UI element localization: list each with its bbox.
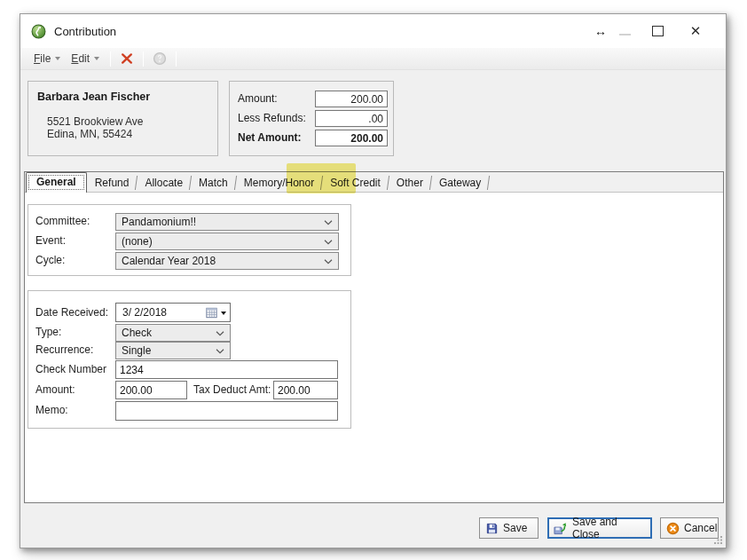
toolbar-separator [176, 51, 177, 67]
contribution-window: Contribution ↔ ✕ File Edit [20, 13, 727, 548]
cancel-circle-x-icon [666, 522, 680, 535]
delete-button[interactable] [116, 50, 138, 68]
save-and-close-button-label: Save and Close [572, 516, 645, 540]
calendar-icon [206, 307, 217, 319]
amount-label: Amount: [238, 92, 278, 105]
type-value: Check [122, 327, 152, 339]
save-button[interactable]: Save [479, 517, 539, 539]
tab-match[interactable]: Match [191, 174, 236, 192]
type-dropdown[interactable]: Check [115, 324, 231, 342]
payment-group: Date Received: 3/ 2/2018 Type: Check [28, 290, 351, 429]
footer-bar: Save Save and Close [20, 503, 726, 548]
memo-label: Memo: [35, 404, 68, 416]
maximize-button[interactable] [637, 19, 678, 43]
save-and-close-icon [553, 522, 568, 535]
tab-gateway[interactable]: Gateway [431, 174, 489, 192]
event-dropdown[interactable]: (none) [115, 233, 339, 250]
cancel-button[interactable]: Cancel [660, 517, 719, 539]
chevron-down-icon [324, 220, 333, 225]
cycle-value: Calendar Year 2018 [122, 255, 216, 267]
maximize-icon [652, 26, 664, 36]
amount-input[interactable] [115, 381, 187, 399]
minimize-button[interactable] [612, 19, 637, 43]
date-picker-controls[interactable] [206, 307, 226, 319]
date-received-label: Date Received: [35, 306, 108, 319]
check-number-input[interactable] [115, 360, 338, 379]
amount-row: Amount: 200.00 [230, 91, 393, 107]
net-amount-row: Net Amount: 200.00 [230, 130, 393, 146]
chevron-down-icon [55, 57, 60, 60]
donor-name: Barbara Jean Fischer [37, 91, 150, 103]
donor-panel: Barbara Jean Fischer 5521 Brookview Ave … [28, 81, 218, 156]
footer-buttons: Save Save and Close [479, 517, 719, 539]
tab-soft-credit[interactable]: Soft Credit [322, 174, 389, 192]
recurrence-label: Recurrence: [35, 343, 93, 356]
chevron-down-icon [94, 57, 99, 60]
menu-edit-label: Edit [71, 52, 90, 65]
menu-edit[interactable]: Edit [66, 51, 105, 67]
tax-deduct-label: Tax Deduct Amt: [193, 383, 271, 396]
dropdown-arrow-icon [221, 312, 226, 315]
general-tab-page: Committee: Pandamonium!! Event: (none) C… [25, 193, 723, 502]
title-bar: Contribution ↔ ✕ [20, 14, 726, 48]
type-label: Type: [35, 326, 61, 338]
donor-address-line2: Edina, MN, 55424 [47, 128, 132, 140]
net-amount-value: 200.00 [315, 130, 388, 146]
committee-value: Pandamonium!! [122, 216, 196, 228]
save-floppy-icon [485, 522, 499, 535]
tax-deduct-input[interactable] [273, 381, 338, 399]
resize-grip-icon[interactable] [713, 534, 723, 544]
event-value: (none) [122, 235, 153, 248]
toolbar-separator [110, 51, 111, 67]
recurrence-dropdown[interactable]: Single [115, 342, 231, 359]
check-number-label: Check Number [35, 363, 106, 375]
delete-red-x-icon [120, 51, 134, 66]
save-button-label: Save [503, 522, 527, 534]
tab-allocate[interactable]: Allocate [137, 174, 191, 192]
chevron-down-icon [324, 240, 333, 245]
app-globe-icon [31, 24, 46, 39]
date-received-field[interactable]: 3/ 2/2018 [115, 303, 231, 322]
tab-strip: General Refund Allocate Match Memory/Hon… [25, 172, 723, 193]
tab-control: General Refund Allocate Match Memory/Hon… [24, 171, 724, 503]
net-amount-label: Net Amount: [238, 131, 302, 144]
memo-input[interactable] [115, 401, 338, 421]
amount-value: 200.00 [315, 91, 388, 107]
event-label: Event: [35, 234, 66, 247]
date-received-value: 3/ 2/2018 [122, 306, 167, 319]
cancel-button-label: Cancel [684, 522, 717, 534]
tab-refund[interactable]: Refund [87, 174, 138, 192]
less-refunds-row: Less Refunds: .00 [230, 110, 393, 127]
minimize-icon [619, 34, 631, 35]
tab-memory-honor[interactable]: Memory/Honor [236, 174, 322, 192]
amount-field-label: Amount: [35, 383, 75, 396]
toolbar-separator [143, 51, 144, 67]
save-and-close-button[interactable]: Save and Close [547, 517, 652, 539]
committee-group: Committee: Pandamonium!! Event: (none) C… [28, 204, 351, 276]
recurrence-value: Single [122, 344, 151, 357]
window-controls: ↔ ✕ [589, 14, 713, 48]
chevron-down-icon [216, 331, 224, 336]
committee-dropdown[interactable]: Pandamonium!! [115, 213, 339, 231]
donor-address-line1: 5521 Brookview Ave [47, 115, 144, 128]
chevron-down-icon [324, 259, 333, 264]
menu-bar: File Edit [20, 48, 726, 70]
chevron-down-icon [216, 349, 224, 354]
menu-file[interactable]: File [28, 51, 66, 67]
committee-label: Committee: [35, 215, 90, 227]
window-title: Contribution [54, 25, 116, 38]
amounts-panel: Amount: 200.00 Less Refunds: .00 Net Amo… [229, 81, 394, 156]
help-button[interactable] [149, 50, 170, 68]
tab-general[interactable]: General [26, 172, 87, 193]
tab-other[interactable]: Other [389, 174, 431, 192]
cycle-dropdown[interactable]: Calendar Year 2018 [115, 252, 339, 270]
menu-file-label: File [34, 52, 51, 65]
help-question-icon [153, 51, 167, 66]
less-refunds-value: .00 [315, 110, 388, 127]
resize-horizontal-icon[interactable]: ↔ [589, 19, 612, 43]
cycle-label: Cycle: [35, 254, 65, 266]
less-refunds-label: Less Refunds: [238, 112, 306, 124]
close-button[interactable]: ✕ [678, 19, 713, 43]
